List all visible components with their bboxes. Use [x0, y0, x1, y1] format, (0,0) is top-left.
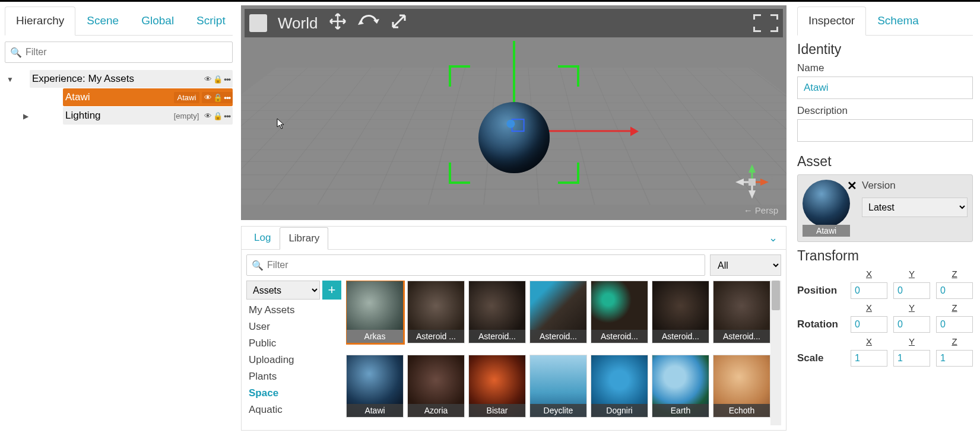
category-my-assets[interactable]: My Assets [246, 303, 341, 317]
category-user[interactable]: User [246, 320, 341, 334]
tree-item-icons: 👁 🔒 ••• [202, 92, 233, 103]
fullscreen-icon[interactable] [753, 14, 778, 32]
tab-script[interactable]: Script [185, 7, 237, 35]
svg-marker-12 [373, 19, 379, 24]
add-asset-button[interactable]: + [322, 281, 341, 300]
left-tabs: Hierarchy Scene Global Script [5, 7, 233, 36]
tree-item-label: Lighting [63, 110, 171, 122]
svg-marker-11 [358, 20, 364, 25]
asset-tile-dogniri[interactable]: Dogniri [591, 355, 648, 418]
library-filter[interactable]: 🔍 [246, 254, 705, 276]
rotate-tool-icon[interactable] [358, 13, 379, 34]
scale-x-input[interactable] [851, 350, 887, 367]
hierarchy-filter-input[interactable] [26, 47, 227, 58]
asset-tile-azoria[interactable]: Azoria [407, 355, 465, 418]
viewport-toolbar: World [245, 9, 783, 37]
description-input[interactable] [797, 119, 973, 142]
rotation-z-input[interactable] [936, 316, 973, 333]
position-x-input[interactable] [851, 282, 887, 299]
scale-y-input[interactable] [893, 350, 930, 367]
category-public[interactable]: Public [246, 336, 341, 351]
svg-rect-0 [749, 179, 756, 186]
library-sidebar: Assets + My Assets User Public Uploading… [246, 281, 341, 425]
version-select[interactable]: Latest [862, 198, 968, 217]
axis-x-label: X [851, 269, 887, 279]
position-y-input[interactable] [893, 282, 930, 299]
asset-tile-echoth[interactable]: Echoth [713, 355, 770, 418]
lock-icon[interactable]: 🔒 [213, 75, 223, 84]
tab-log[interactable]: Log [245, 227, 280, 249]
asset-box: ✕ Atawi Version Latest [797, 174, 973, 242]
tab-library[interactable]: Library [280, 227, 328, 250]
asset-tile-arkas[interactable]: Arkas [346, 281, 404, 343]
search-icon: 🔍 [10, 47, 22, 58]
lock-icon[interactable]: 🔒 [213, 112, 223, 120]
asset-tile-atawi[interactable]: Atawi [346, 355, 404, 418]
hierarchy-tree: ▼ Experience: My Assets 👁 🔒 ••• Atawi At… [5, 70, 233, 125]
library-scrollbar[interactable] [770, 281, 781, 425]
cursor-icon [277, 118, 286, 133]
rotation-x-input[interactable] [851, 316, 887, 333]
tab-hierarchy[interactable]: Hierarchy [5, 7, 75, 36]
asset-heading: Asset [797, 154, 973, 170]
category-space[interactable]: Space [246, 386, 341, 400]
tree-toggle-root[interactable]: ▼ [5, 75, 15, 84]
asset-source-select[interactable]: Assets [246, 281, 320, 300]
tree-item-atawi[interactable]: Atawi Atawi 👁 🔒 ••• [63, 88, 233, 106]
rotation-label: Rotation [797, 319, 845, 330]
more-icon[interactable]: ••• [224, 93, 230, 102]
perspective-label[interactable]: ← Persp [744, 205, 778, 215]
svg-marker-5 [735, 179, 744, 186]
asset-tile-deyclite[interactable]: Deyclite [529, 355, 587, 418]
collapse-icon[interactable]: ⌄ [769, 231, 782, 244]
scale-z-input[interactable] [936, 350, 973, 367]
right-panel: Inspector Schema Identity Name Descripti… [790, 2, 980, 433]
tree-item-lighting[interactable]: Lighting [empty] 👁 🔒 ••• [63, 107, 233, 125]
more-icon[interactable]: ••• [224, 112, 230, 120]
asset-tile-asteroid[interactable]: Asteroid... [591, 281, 648, 343]
space-icon[interactable] [249, 14, 267, 32]
position-z-input[interactable] [936, 282, 973, 299]
space-label[interactable]: World [278, 14, 318, 33]
more-icon[interactable]: ••• [224, 75, 230, 84]
svg-text:X: X [771, 175, 772, 181]
tab-scene[interactable]: Scene [75, 7, 130, 35]
axis-orientation-widget[interactable]: Y X [731, 161, 772, 202]
transform-heading: Transform [797, 248, 973, 264]
asset-tile-asteroid[interactable]: Asteroid ... [407, 281, 465, 343]
remove-asset-button[interactable]: ✕ [847, 179, 857, 193]
viewport-scene[interactable]: Y X ← Persp [241, 41, 786, 220]
tab-global[interactable]: Global [130, 7, 185, 35]
axis-z-label: Z [936, 269, 973, 279]
eye-icon[interactable]: 👁 [204, 75, 212, 84]
category-list: My Assets User Public Uploading Plants S… [246, 303, 341, 417]
category-uploading[interactable]: Uploading [246, 353, 341, 367]
eye-icon[interactable]: 👁 [204, 112, 212, 120]
asset-tile-earth[interactable]: Earth [652, 355, 709, 418]
version-label: Version [862, 180, 968, 192]
tree-toggle-lighting[interactable]: ▶ [20, 112, 31, 120]
library-filter-row: 🔍 All [242, 250, 786, 281]
tree-item-icons: 👁 🔒 ••• [204, 112, 233, 120]
scale-tool-icon[interactable] [390, 12, 408, 34]
asset-tile-asteroid[interactable]: Asteroid... [529, 281, 587, 343]
lock-icon[interactable]: 🔒 [213, 93, 223, 102]
asset-tile-asteroid[interactable]: Asteroid... [713, 281, 770, 343]
name-input[interactable] [797, 77, 973, 99]
tab-schema[interactable]: Schema [866, 7, 930, 35]
eye-icon[interactable]: 👁 [204, 93, 212, 102]
asset-tile-asteroid[interactable]: Asteroid... [468, 281, 526, 343]
category-plants[interactable]: Plants [246, 370, 341, 384]
tab-inspector[interactable]: Inspector [797, 7, 866, 36]
hierarchy-filter[interactable]: 🔍 [5, 42, 233, 63]
category-aquatic[interactable]: Aquatic [246, 403, 341, 417]
asset-tile-asteroid[interactable]: Asteroid... [652, 281, 709, 343]
move-tool-icon[interactable] [328, 12, 347, 35]
library-type-filter[interactable]: All [710, 254, 781, 276]
viewport[interactable]: Y X ← Persp World [239, 3, 789, 222]
asset-tile-bistar[interactable]: Bistar [468, 355, 526, 418]
library-filter-input[interactable] [267, 260, 700, 270]
rotation-y-input[interactable] [893, 316, 930, 333]
tree-root-row[interactable]: Experience: My Assets 👁 🔒 ••• [30, 70, 233, 88]
asset-thumbnail[interactable] [803, 180, 850, 227]
